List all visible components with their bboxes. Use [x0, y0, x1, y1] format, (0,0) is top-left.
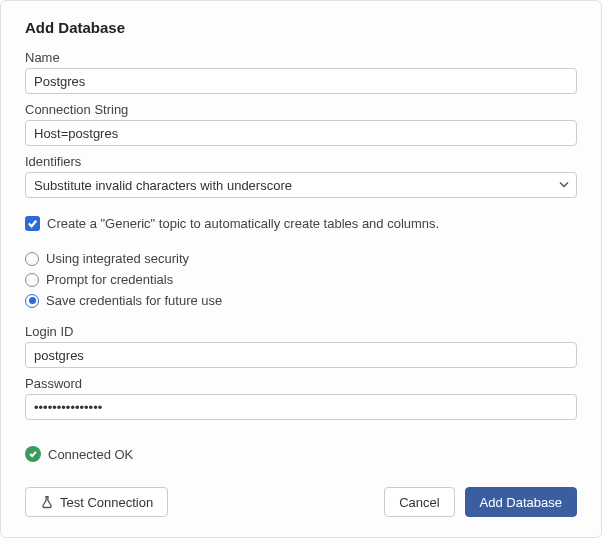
test-connection-button[interactable]: Test Connection [25, 487, 168, 517]
password-input[interactable] [25, 394, 577, 420]
radio-save-credentials[interactable]: Save credentials for future use [25, 293, 577, 308]
radio-integrated-security[interactable]: Using integrated security [25, 251, 577, 266]
add-database-button[interactable]: Add Database [465, 487, 577, 517]
radio-save-label: Save credentials for future use [46, 293, 222, 308]
radio-icon [25, 273, 39, 287]
identifiers-label: Identifiers [25, 154, 577, 169]
cancel-button[interactable]: Cancel [384, 487, 454, 517]
password-label: Password [25, 376, 577, 391]
identifiers-select[interactable] [25, 172, 577, 198]
login-id-label: Login ID [25, 324, 577, 339]
connection-status-text: Connected OK [48, 447, 133, 462]
radio-prompt-label: Prompt for credentials [46, 272, 173, 287]
radio-prompt-credentials[interactable]: Prompt for credentials [25, 272, 577, 287]
identifiers-field-group: Identifiers [25, 154, 577, 198]
auth-radio-group: Using integrated security Prompt for cre… [25, 245, 577, 314]
add-database-dialog: Add Database Name Connection String Iden… [0, 0, 602, 538]
login-id-field-group: Login ID [25, 324, 577, 368]
check-circle-icon [25, 446, 41, 462]
password-field-group: Password [25, 376, 577, 420]
checkbox-checked-icon [25, 216, 40, 231]
connection-string-field-group: Connection String [25, 102, 577, 146]
name-field-group: Name [25, 50, 577, 94]
dialog-footer: Test Connection Cancel Add Database [25, 487, 577, 517]
dialog-title: Add Database [25, 19, 577, 36]
add-database-label: Add Database [480, 495, 562, 510]
login-id-input[interactable] [25, 342, 577, 368]
name-input[interactable] [25, 68, 577, 94]
radio-selected-icon [25, 294, 39, 308]
cancel-label: Cancel [399, 495, 439, 510]
radio-integrated-label: Using integrated security [46, 251, 189, 266]
create-generic-checkbox[interactable]: Create a "Generic" topic to automaticall… [25, 216, 577, 231]
connection-string-label: Connection String [25, 102, 577, 117]
create-generic-label: Create a "Generic" topic to automaticall… [47, 216, 439, 231]
connection-string-input[interactable] [25, 120, 577, 146]
test-connection-label: Test Connection [60, 495, 153, 510]
flask-icon [40, 495, 54, 509]
connection-status: Connected OK [25, 446, 577, 462]
radio-icon [25, 252, 39, 266]
name-label: Name [25, 50, 577, 65]
